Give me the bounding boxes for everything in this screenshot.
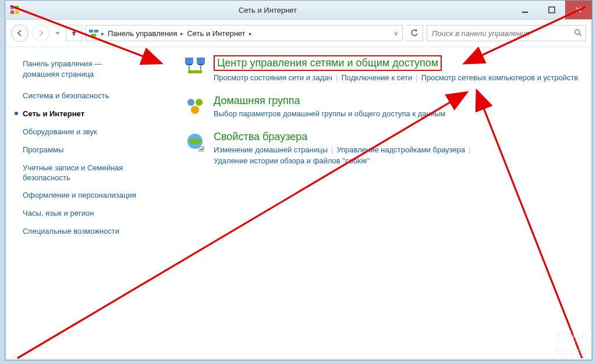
main-panel: Центр управления сетями и общим доступом… xyxy=(179,47,592,360)
search-icon[interactable] xyxy=(574,28,582,38)
category-0: Центр управления сетями и общим доступом… xyxy=(183,55,580,82)
breadcrumb-icon xyxy=(88,28,99,38)
history-dropdown[interactable] xyxy=(53,25,62,41)
svg-rect-12 xyxy=(197,58,205,64)
sidebar-item-6[interactable]: Часы, язык и регион xyxy=(23,205,168,223)
content-body: Панель управления — домашняя страница Си… xyxy=(5,47,592,360)
chevron-down-icon[interactable]: v xyxy=(395,30,400,37)
category-1-link-0[interactable]: Выбор параметров домашней группы и общег… xyxy=(214,109,445,118)
category-2-link-2[interactable]: Удаление истории обзора и файлов "cookie… xyxy=(214,156,370,165)
search-input[interactable] xyxy=(431,28,561,38)
svg-point-18 xyxy=(187,99,194,106)
category-1: Домашняя группаВыбор параметров домашней… xyxy=(183,95,580,118)
svg-point-20 xyxy=(191,106,199,114)
chevron-right-icon: ▸ xyxy=(180,30,183,37)
titlebar: Сеть и Интернет xyxy=(5,1,592,20)
sidebar-item-7[interactable]: Специальные возможности xyxy=(23,223,168,241)
sidebar-home-link[interactable]: Панель управления — домашняя страница xyxy=(23,59,168,79)
up-button[interactable] xyxy=(66,25,82,41)
svg-point-19 xyxy=(196,99,203,106)
svg-rect-6 xyxy=(89,30,93,33)
sidebar-item-3[interactable]: Программы xyxy=(23,141,168,159)
sidebar-item-5[interactable]: Оформление и персонализация xyxy=(23,187,168,205)
sidebar-item-1[interactable]: Сеть и Интернет xyxy=(23,105,168,123)
svg-rect-3 xyxy=(15,10,19,14)
svg-point-9 xyxy=(575,30,580,34)
sidebar-item-2[interactable]: Оборудование и звук xyxy=(23,123,168,141)
svg-rect-5 xyxy=(549,7,555,13)
svg-rect-14 xyxy=(198,64,204,65)
back-button[interactable] xyxy=(11,24,29,42)
forward-button[interactable] xyxy=(32,24,49,42)
window-controls xyxy=(512,1,592,19)
maximize-button[interactable] xyxy=(538,1,565,19)
chevron-right-icon: ▸ xyxy=(249,30,252,37)
svg-rect-0 xyxy=(10,6,14,9)
search-box[interactable] xyxy=(427,25,586,41)
control-panel-window: Сеть и Интернет xyxy=(5,0,593,361)
svg-rect-11 xyxy=(185,58,193,64)
network-icon xyxy=(183,55,207,78)
sidebar-item-4[interactable]: Учетные записи и Семейная безопасность xyxy=(23,159,168,187)
breadcrumb-seg-1[interactable]: Панель управления xyxy=(105,29,179,38)
chevron-right-icon: ▸ xyxy=(101,30,104,37)
category-2-link-1[interactable]: Управление надстройками браузера xyxy=(336,145,465,154)
svg-rect-1 xyxy=(15,6,19,9)
svg-rect-2 xyxy=(10,10,14,14)
homegroup-icon xyxy=(183,95,207,118)
breadcrumb[interactable]: ▸ Панель управления ▸ Сеть и Интернет ▸ … xyxy=(86,25,403,41)
svg-rect-4 xyxy=(522,12,528,13)
nav-row: ▸ Панель управления ▸ Сеть и Интернет ▸ … xyxy=(5,20,592,47)
svg-line-10 xyxy=(579,34,581,36)
svg-rect-7 xyxy=(94,30,98,33)
category-0-link-0[interactable]: Просмотр состояния сети и задач xyxy=(214,73,332,82)
breadcrumb-seg-2[interactable]: Сеть и Интернет xyxy=(185,29,247,38)
app-icon xyxy=(10,5,19,15)
internet-icon xyxy=(183,131,207,154)
refresh-button[interactable] xyxy=(406,25,423,41)
sidebar: Панель управления — домашняя страница Си… xyxy=(5,47,179,360)
svg-rect-13 xyxy=(186,64,192,65)
category-2-link-0[interactable]: Изменение домашней страницы xyxy=(214,145,328,154)
minimize-button[interactable] xyxy=(512,1,538,19)
category-0-link-2[interactable]: Просмотр сетевых компьютеров и устройств xyxy=(421,73,579,82)
sidebar-item-0[interactable]: Система и безопасность xyxy=(23,87,168,105)
category-2: Свойства браузераИзменение домашней стра… xyxy=(183,131,580,165)
category-0-link-1[interactable]: Подключение к сети xyxy=(341,73,412,82)
svg-rect-8 xyxy=(91,34,96,37)
close-button[interactable] xyxy=(565,1,592,19)
category-title-2[interactable]: Свойства браузера xyxy=(214,131,307,143)
svg-rect-15 xyxy=(188,70,202,73)
category-title-0[interactable]: Центр управления сетями и общим доступом xyxy=(214,55,442,71)
category-title-1[interactable]: Домашняя группа xyxy=(214,95,300,107)
window-title: Сеть и Интернет xyxy=(24,6,512,15)
